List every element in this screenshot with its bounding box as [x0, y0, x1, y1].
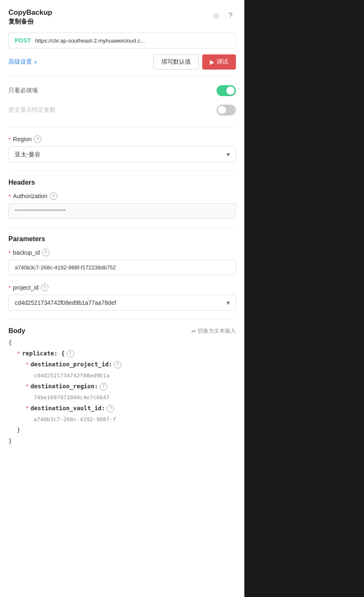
- backup-id-label: * backup_id ?: [8, 249, 236, 256]
- http-method: POST: [15, 37, 31, 44]
- debug-button[interactable]: ▶ 调试: [202, 54, 236, 70]
- inner-close-brace: }: [8, 425, 236, 436]
- switch-label: 切换为文本输入: [198, 327, 236, 335]
- dest-project-id-line[interactable]: * destination_project_id: ?: [8, 359, 236, 370]
- toggle-required-label: 只看必填项: [8, 87, 38, 94]
- advanced-row: 高级设置 ∧ 填写默认值 ▶ 调试: [8, 54, 236, 70]
- action-buttons: 填写默认值 ▶ 调试: [153, 54, 236, 70]
- backup-id-help-icon[interactable]: ?: [42, 249, 50, 256]
- dest-region-help-icon[interactable]: ?: [100, 383, 107, 390]
- panel-header: CopyBackup 复制备份 ☺ ?: [8, 8, 236, 26]
- help-icon[interactable]: ?: [225, 10, 236, 21]
- region-label-text: Region: [13, 136, 32, 143]
- toggle-secret-row: 密文显示特定参数: [8, 100, 236, 120]
- dest-region-value-line: 74be16979710d4c4e7c6647: [8, 392, 236, 403]
- auth-required-star: *: [8, 193, 11, 200]
- url-text: https://cbr.ap-southeast-2.myhuaweicloud…: [35, 38, 145, 44]
- project-id-field-group: * project_id ? cd4d2521734742f08ed9b1a77…: [8, 284, 236, 311]
- authorization-label: * Authorization ?: [8, 192, 236, 200]
- body-code-view: { * replicate: { ? * destination_project…: [8, 337, 236, 447]
- toggle-required-row: 只看必填项: [8, 81, 236, 100]
- advanced-label: 高级设置: [8, 58, 32, 66]
- region-select[interactable]: 亚太-曼谷: [8, 146, 236, 162]
- authorization-input[interactable]: [8, 203, 236, 219]
- project-id-label-text: project_id: [13, 284, 39, 291]
- title-group: CopyBackup 复制备份: [8, 8, 52, 26]
- main-panel: CopyBackup 复制备份 ☺ ? POST https://cbr.ap-…: [0, 0, 244, 464]
- fill-default-button[interactable]: 填写默认值: [153, 54, 199, 70]
- dest-vault-id-value-line: a740b3c7-268c-4192-988f-f: [8, 414, 236, 425]
- dest-project-id-value-line: cd4d2521734742f08ed9b1a: [8, 370, 236, 381]
- authorization-field-group: * Authorization ?: [8, 192, 236, 219]
- region-required-star: *: [8, 136, 11, 143]
- backup-id-input[interactable]: [8, 260, 236, 275]
- project-id-select-wrapper: cd4d2521734742f08ed9b1a77aa78def ▼: [8, 295, 236, 311]
- dest-region-value: 74be16979710d4c4e7c6647: [34, 393, 110, 402]
- section-divider-4: [8, 319, 236, 320]
- toggle-secret-switch[interactable]: [217, 105, 236, 116]
- project-id-help-icon[interactable]: ?: [41, 284, 48, 291]
- outer-close-brace: }: [8, 436, 236, 447]
- auth-help-icon[interactable]: ?: [50, 192, 57, 200]
- dest-vault-id-line[interactable]: * destination_vault_id: ?: [8, 403, 236, 414]
- project-id-label: * project_id ?: [8, 284, 236, 291]
- replicate-line[interactable]: * replicate: { ?: [8, 348, 236, 359]
- header-icons: ☺ ?: [211, 10, 236, 21]
- switch-to-text-link[interactable]: ⇌ 切换为文本输入: [191, 327, 236, 335]
- dest-region-line[interactable]: * destination_region: ?: [8, 381, 236, 392]
- parameters-title: Parameters: [8, 235, 236, 243]
- right-panel: [244, 0, 364, 597]
- region-select-wrapper: 亚太-曼谷 ▼: [8, 146, 236, 162]
- dest-vault-id-value: a740b3c7-268c-4192-988f-f: [34, 414, 116, 424]
- chevron-up-icon: ∧: [34, 59, 37, 65]
- play-icon: ▶: [210, 59, 214, 65]
- dest-vault-id-help-icon[interactable]: ?: [107, 405, 114, 412]
- auth-label-text: Authorization: [13, 193, 48, 199]
- project-id-required-star: *: [8, 284, 11, 291]
- project-id-select[interactable]: cd4d2521734742f08ed9b1a77aa78def: [8, 295, 236, 311]
- replicate-help-icon[interactable]: ?: [67, 350, 74, 358]
- debug-label: 调试: [217, 58, 228, 66]
- body-section: Body ⇌ 切换为文本输入 { * replicate: { ? * dest…: [8, 327, 236, 447]
- section-divider-1: [8, 127, 236, 128]
- section-divider-3: [8, 227, 236, 228]
- body-header: Body ⇌ 切换为文本输入: [8, 327, 236, 335]
- backup-id-label-text: backup_id: [13, 249, 40, 256]
- dest-project-id-help-icon[interactable]: ?: [114, 361, 121, 368]
- body-title: Body: [8, 327, 25, 335]
- backup-id-required-star: *: [8, 249, 11, 256]
- toggle-required-switch[interactable]: [217, 85, 236, 96]
- region-label: * Region ?: [8, 135, 236, 143]
- app-title: CopyBackup: [8, 8, 52, 17]
- toggle-secret-label: 密文显示特定参数: [8, 106, 56, 114]
- url-bar[interactable]: POST https://cbr.ap-southeast-2.myhuawei…: [8, 32, 236, 48]
- body-open-brace: {: [8, 337, 236, 348]
- smiley-icon[interactable]: ☺: [211, 10, 222, 21]
- dest-project-id-value: cd4d2521734742f08ed9b1a: [34, 371, 110, 380]
- section-divider-2: [8, 171, 236, 171]
- advanced-settings-link[interactable]: 高级设置 ∧: [8, 58, 37, 66]
- app-subtitle: 复制备份: [8, 18, 52, 26]
- headers-title: Headers: [8, 179, 236, 186]
- divider-1: [8, 76, 236, 77]
- swap-icon: ⇌: [191, 328, 196, 334]
- region-help-icon[interactable]: ?: [34, 135, 41, 143]
- backup-id-field-group: * backup_id ?: [8, 249, 236, 275]
- region-field-group: * Region ? 亚太-曼谷 ▼: [8, 135, 236, 162]
